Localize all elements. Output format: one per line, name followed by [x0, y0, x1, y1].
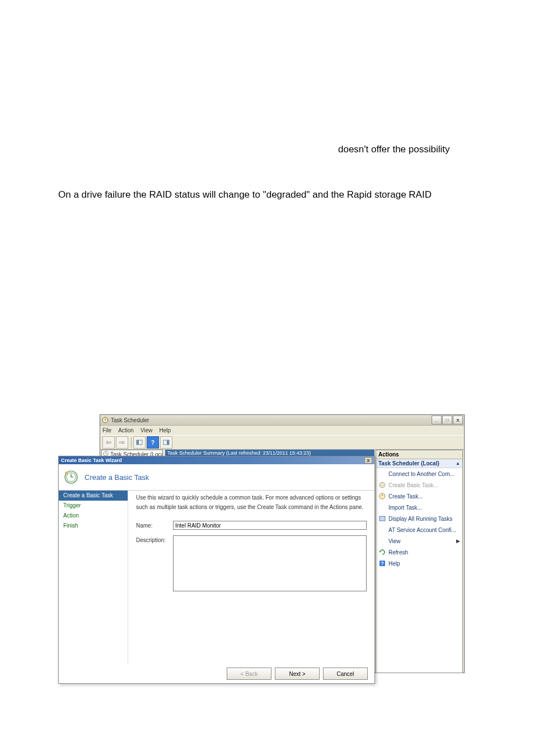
action-refresh-label: Refresh [388, 549, 408, 556]
action-display-running[interactable]: Display All Running Tasks [376, 513, 462, 524]
actions-sub: Task Scheduler (Local) ▲ [376, 459, 462, 468]
action-connect-label: Connect to Another Com... [388, 471, 455, 477]
wizard-titlebar[interactable]: Create Basic Task Wizard X [59, 456, 374, 464]
submenu-arrow-icon: ▶ [456, 538, 460, 544]
arrow-right-icon: ⇨ [119, 438, 125, 446]
menu-view[interactable]: View [140, 427, 153, 433]
maximize-button[interactable]: □ [442, 416, 452, 424]
wizard-next-button[interactable]: Next > [275, 668, 320, 680]
action-at-config-label: AT Service Account Confi... [388, 527, 456, 533]
body-text-fragment: doesn't offer the possibility [338, 143, 450, 156]
wizard-name-input[interactable] [173, 521, 367, 530]
panel-icon [136, 439, 143, 446]
import-icon [378, 503, 386, 511]
wizard-desc-label: Description: [136, 535, 173, 543]
action-display-running-label: Display All Running Tasks [388, 516, 452, 522]
menu-file[interactable]: File [102, 427, 111, 433]
refresh-icon [378, 548, 386, 556]
at-icon [378, 526, 386, 534]
running-icon [378, 515, 386, 522]
content-header-text: Task Scheduler Summary (Last refreshed: … [167, 450, 311, 456]
link-icon [378, 470, 386, 478]
wiz-step-trigger[interactable]: Trigger [59, 501, 128, 511]
panel2-icon [163, 439, 170, 446]
wiz-step-action[interactable]: Action [59, 511, 128, 521]
svg-text:?: ? [381, 561, 384, 566]
action-view-label: View [388, 538, 401, 544]
wizard-form: Use this wizard to quickly schedule a co… [128, 491, 374, 664]
window-controls: _ □ X [431, 416, 463, 424]
action-connect[interactable]: Connect to Another Com... [376, 468, 462, 479]
clock-basic-icon [378, 481, 386, 489]
tb-help[interactable]: ? [147, 436, 159, 449]
menu-action[interactable]: Action [118, 427, 134, 433]
action-import[interactable]: Import Task... [376, 502, 462, 513]
svg-rect-6 [167, 440, 169, 445]
wizard-sub-title: Create a Basic Task [85, 473, 149, 482]
tb-forward[interactable]: ⇨ [116, 436, 128, 449]
toolbar-divider [131, 437, 132, 447]
action-create-task[interactable]: Create Task... [376, 491, 462, 502]
action-create-task-label: Create Task... [388, 493, 423, 500]
minimize-button[interactable]: _ [432, 416, 442, 424]
wiz-step-create[interactable]: Create a Basic Task [59, 491, 128, 501]
action-help[interactable]: ? Help [376, 558, 462, 569]
actions-header: Actions [376, 450, 462, 459]
clock-icon [378, 492, 386, 500]
help-icon: ? [151, 440, 154, 446]
titlebar-title: Task Scheduler [111, 417, 149, 423]
svg-marker-14 [379, 551, 381, 552]
collapse-icon[interactable]: ▲ [456, 461, 460, 466]
view-icon [378, 537, 386, 545]
wizard-subheader: Create a Basic Task [59, 464, 374, 491]
menubar: File Action View Help [100, 426, 464, 436]
action-help-label: Help [388, 561, 400, 567]
tb-refresh[interactable] [160, 436, 172, 449]
toolbar: ⇦ ⇨ ? [100, 436, 464, 450]
tb-back[interactable]: ⇦ [102, 436, 115, 449]
action-refresh[interactable]: Refresh [376, 547, 462, 558]
wizard-intro-2: such as multiple task actions or trigger… [136, 503, 367, 511]
wiz-step-finish[interactable]: Finish [59, 521, 128, 531]
action-at-config[interactable]: AT Service Account Confi... [376, 524, 462, 535]
wizard-desc-input[interactable] [173, 535, 367, 591]
action-view[interactable]: View ▶ [376, 535, 462, 547]
actions-sub-label: Task Scheduler (Local) [378, 460, 439, 466]
action-create-basic-label: Create Basic Task... [388, 482, 438, 488]
wizard-title: Create Basic Task Wizard [61, 458, 122, 463]
action-create-basic[interactable]: Create Basic Task... [376, 479, 462, 491]
help-icon: ? [378, 559, 386, 567]
wizard-close-button[interactable]: X [364, 457, 372, 464]
app-icon [102, 417, 109, 423]
close-button[interactable]: X [453, 416, 463, 424]
action-import-label: Import Task... [388, 505, 422, 511]
menu-help[interactable]: Help [159, 427, 171, 433]
titlebar[interactable]: Task Scheduler _ □ X [100, 415, 464, 426]
svg-rect-13 [380, 516, 385, 521]
wizard-name-label: Name: [136, 521, 173, 529]
create-basic-task-wizard: Create Basic Task Wizard X Create a Basi… [58, 456, 375, 684]
wizard-back-button[interactable]: < Back [227, 668, 271, 680]
svg-point-10 [380, 482, 385, 488]
body-text-paragraph: On a drive failure the RAID status will … [58, 188, 432, 202]
svg-rect-4 [137, 440, 139, 445]
wizard-nav: Create a Basic Task Trigger Action Finis… [59, 491, 128, 664]
wizard-body: Create a Basic Task Trigger Action Finis… [59, 491, 374, 664]
actions-pane: Actions Task Scheduler (Local) ▲ Connect… [376, 450, 463, 673]
wizard-clock-icon [63, 469, 79, 485]
tb-show-hide[interactable] [133, 436, 146, 449]
wizard-intro-1: Use this wizard to quickly schedule a co… [136, 494, 367, 501]
svg-marker-21 [65, 472, 68, 474]
wizard-footer: < Back Next > Cancel [59, 664, 374, 683]
wizard-cancel-button[interactable]: Cancel [323, 668, 368, 680]
arrow-left-icon: ⇦ [106, 438, 111, 446]
